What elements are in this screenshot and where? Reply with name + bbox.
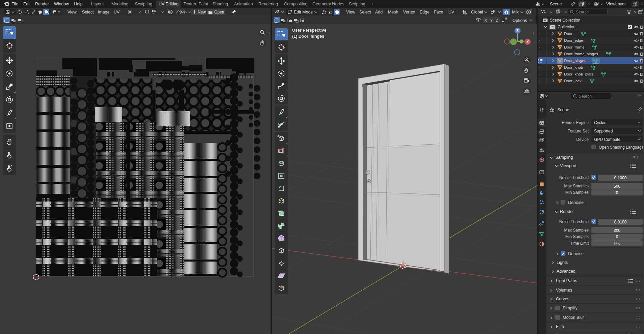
svg-text:X: X (527, 40, 529, 44)
svg-text:Z: Z (516, 29, 519, 33)
